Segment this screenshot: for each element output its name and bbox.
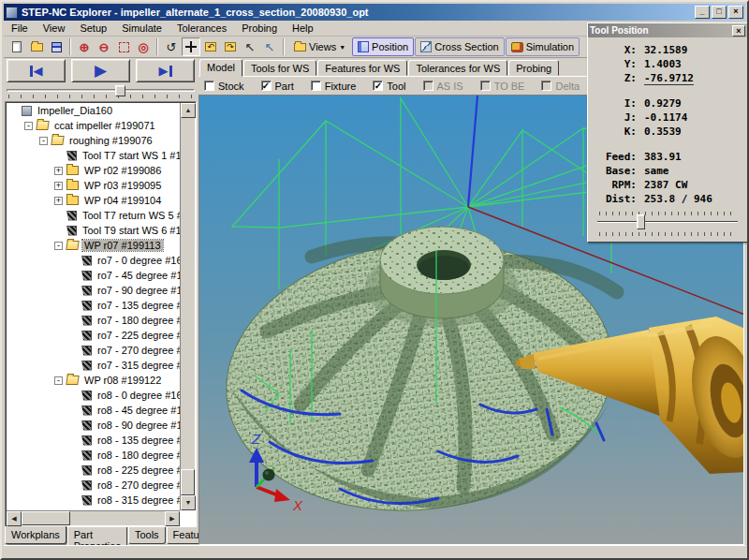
tree-expander[interactable]: + bbox=[54, 197, 63, 205]
cross-section-toggle-button[interactable]: Cross Section bbox=[415, 37, 504, 56]
menu-simulate[interactable]: Simulate bbox=[114, 22, 169, 35]
scroll-up-button[interactable]: ▲ bbox=[181, 103, 196, 118]
select-button[interactable]: ↖ bbox=[241, 37, 259, 56]
probe-select-button[interactable]: ↖ bbox=[260, 37, 279, 56]
tab-tools[interactable]: Tools bbox=[128, 527, 166, 544]
tree-vertical-scrollbar[interactable]: ▲ ▼ bbox=[180, 103, 195, 510]
menu-help[interactable]: Help bbox=[285, 22, 321, 35]
tree-item[interactable]: ro7 - 315 degree #168423 bbox=[7, 358, 180, 373]
maximize-button[interactable]: □ bbox=[712, 6, 727, 19]
tree-item[interactable]: ro8 - 0 degree #168435 bbox=[7, 388, 180, 403]
vertical-scroll-thumb[interactable] bbox=[181, 469, 195, 495]
checkbox-box[interactable] bbox=[541, 81, 551, 91]
scroll-down-button[interactable]: ▼ bbox=[181, 495, 196, 510]
tree-item[interactable]: ro8 - 45 degree #168447 bbox=[7, 403, 180, 418]
checkbox-box[interactable] bbox=[423, 81, 433, 91]
tree-item[interactable]: -roughing #199076 bbox=[7, 133, 180, 148]
tab-tolerances-for-ws[interactable]: Tolerances for WS bbox=[408, 60, 507, 76]
tree-expander[interactable]: + bbox=[54, 167, 63, 175]
menu-file[interactable]: File bbox=[4, 22, 36, 35]
zoom-out-button[interactable]: ⊖ bbox=[95, 37, 113, 56]
scroll-left-button[interactable]: ◀ bbox=[7, 511, 22, 526]
menu-view[interactable]: View bbox=[36, 22, 73, 35]
speed-slider[interactable] bbox=[7, 84, 195, 100]
pan-button[interactable] bbox=[182, 37, 200, 56]
tree-expander[interactable]: - bbox=[24, 122, 33, 130]
checkbox-box[interactable] bbox=[480, 81, 491, 91]
checkbox-box[interactable]: ✓ bbox=[261, 81, 272, 91]
tree-item[interactable]: -WP r07 #199113 bbox=[7, 238, 180, 253]
tree-item[interactable]: ro7 - 270 degree #168411 bbox=[7, 343, 180, 358]
tree-item[interactable]: +WP r02 #199086 bbox=[7, 163, 180, 178]
tab-features-for-ws[interactable]: Features for WS bbox=[317, 60, 407, 76]
scroll-right-button[interactable]: ▶ bbox=[165, 511, 180, 526]
tool-position-panel[interactable]: Tool Position × X:32.1589Y:1.4003Z:-76.9… bbox=[587, 22, 748, 243]
slider-thumb[interactable] bbox=[115, 85, 125, 96]
zoom-extents-button[interactable]: ◎ bbox=[134, 37, 153, 56]
display-checkbox-stock[interactable]: Stock bbox=[204, 81, 244, 92]
zoom-window-button[interactable] bbox=[114, 37, 133, 56]
zoom-in-button[interactable]: ⊕ bbox=[75, 37, 94, 56]
tab-probing[interactable]: Probing bbox=[508, 60, 559, 76]
tree-item[interactable]: ro7 - 45 degree #168351 bbox=[7, 268, 180, 283]
tree-item[interactable]: ro8 - 180 degree #168483 bbox=[7, 448, 180, 463]
tree-item[interactable]: Tool T9 start WS 6 #168330 bbox=[7, 223, 180, 238]
open-file-button[interactable] bbox=[27, 37, 46, 56]
new-file-button[interactable] bbox=[7, 37, 26, 56]
tree-expander[interactable]: - bbox=[54, 242, 63, 250]
checkbox-box[interactable]: ✓ bbox=[373, 81, 383, 91]
tab-model[interactable]: Model bbox=[199, 59, 242, 77]
tree-item[interactable]: ro8 - 90 degree #168459 bbox=[7, 418, 180, 433]
display-checkbox-tool[interactable]: ✓Tool bbox=[373, 81, 405, 92]
tree-item[interactable]: ro8 - 270 degree #168507 bbox=[7, 478, 180, 493]
tree-item[interactable]: +WP r04 #199104 bbox=[7, 193, 180, 208]
tree-item[interactable]: +WP r03 #199095 bbox=[7, 178, 180, 193]
tree-item[interactable]: ro7 - 0 degree #168339 bbox=[7, 253, 180, 268]
progress-slider-thumb[interactable] bbox=[637, 214, 645, 229]
tree-expander[interactable]: - bbox=[39, 137, 48, 145]
tree-item[interactable]: ro7 - 180 degree #168387 bbox=[7, 313, 180, 328]
titlebar[interactable]: STEP-NC Explorer - impeller_alternate_1_… bbox=[4, 4, 745, 21]
tree-expander[interactable]: + bbox=[54, 182, 63, 190]
simulation-toggle-button[interactable]: Simulation bbox=[506, 37, 580, 56]
orbit-right-button[interactable]: ↷ bbox=[221, 37, 240, 56]
rotate-view-button[interactable]: ↺ bbox=[162, 37, 181, 56]
menu-tolerances[interactable]: Tolerances bbox=[169, 22, 234, 35]
skip-to-start-button[interactable]: ◀ bbox=[7, 59, 66, 82]
tool-position-titlebar[interactable]: Tool Position × bbox=[588, 23, 747, 37]
tab-tools-for-ws[interactable]: Tools for WS bbox=[243, 60, 316, 76]
skip-to-end-button[interactable]: ▶ bbox=[136, 59, 195, 82]
close-button[interactable]: × bbox=[728, 6, 743, 19]
horizontal-scroll-thumb[interactable] bbox=[22, 511, 70, 525]
tree-item[interactable]: -ccat impeller #199071 bbox=[7, 118, 180, 133]
display-checkbox-to-be[interactable]: TO BE bbox=[480, 81, 525, 92]
tree-item[interactable]: ro7 - 135 degree #168375 bbox=[7, 298, 180, 313]
tool-position-close-button[interactable]: × bbox=[732, 25, 745, 37]
tree-item[interactable]: ro8 - 315 degree #168519 bbox=[7, 493, 180, 508]
play-button[interactable]: ▶ bbox=[71, 59, 130, 82]
views-dropdown[interactable]: Views ▼ bbox=[288, 37, 351, 56]
minimize-button[interactable]: _ bbox=[695, 6, 710, 19]
tab-workplans[interactable]: Workplans bbox=[5, 526, 66, 544]
tree-expander[interactable]: - bbox=[54, 376, 63, 385]
orbit-left-button[interactable]: ↶ bbox=[201, 37, 220, 56]
display-checkbox-part[interactable]: ✓Part bbox=[261, 81, 294, 92]
tree-item[interactable]: ro7 - 225 degree #168399 bbox=[7, 328, 180, 343]
checkbox-box[interactable] bbox=[311, 81, 321, 91]
menu-probing[interactable]: Probing bbox=[234, 22, 285, 35]
simulation-progress-slider[interactable] bbox=[597, 212, 738, 236]
position-toggle-button[interactable]: Position bbox=[352, 37, 414, 56]
display-checkbox-fixture[interactable]: Fixture bbox=[311, 81, 357, 92]
checkbox-box[interactable] bbox=[204, 81, 214, 91]
tree-item[interactable]: ro8 - 225 degree #168495 bbox=[7, 463, 180, 478]
tree-item[interactable]: Tool T7 start WS 1 #167987 bbox=[7, 148, 180, 163]
display-checkbox-as-is[interactable]: AS IS bbox=[423, 81, 463, 92]
tree-horizontal-scrollbar[interactable]: ◀ ▶ bbox=[7, 510, 180, 525]
tree-item[interactable]: ro7 - 90 degree #168363 bbox=[7, 283, 180, 298]
tree-item[interactable]: ro8 - 135 degree #168471 bbox=[7, 433, 180, 448]
menu-setup[interactable]: Setup bbox=[72, 22, 114, 35]
tree-item[interactable]: Tool T7 return WS 5 #168321 bbox=[7, 208, 180, 223]
tree-item[interactable]: -WP r08 #199122 bbox=[7, 373, 180, 388]
display-checkbox-delta[interactable]: Delta bbox=[541, 81, 580, 92]
save-button[interactable] bbox=[47, 37, 66, 56]
